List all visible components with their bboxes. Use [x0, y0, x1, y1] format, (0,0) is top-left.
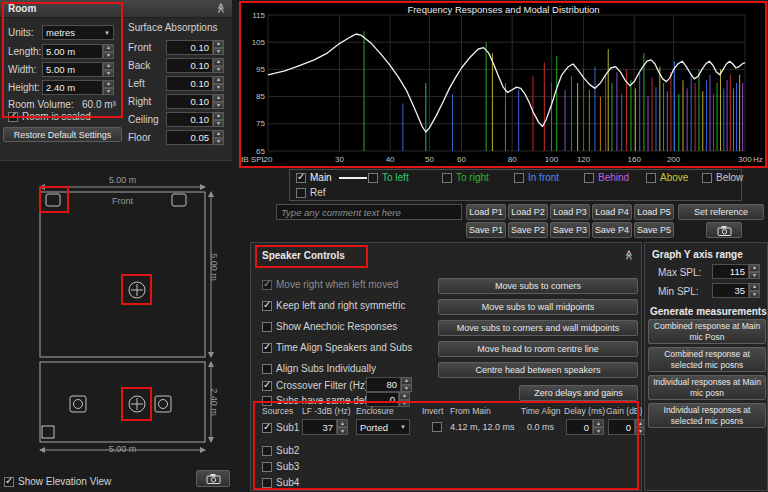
spin-down-icon[interactable]: ▼ [337, 427, 348, 435]
combined-selected-mics-button[interactable]: Combined response at selected mic posns [648, 347, 766, 372]
spin-down-icon[interactable]: ▼ [749, 272, 760, 280]
checkbox[interactable] [368, 173, 378, 183]
set-reference-button[interactable]: Set reference [678, 204, 764, 220]
room-sealed-checkbox-row[interactable]: Room is sealed [8, 111, 91, 122]
move-right-checkbox-row[interactable]: Move right when left moved [262, 279, 398, 290]
load-p1-button[interactable]: Load P1 [466, 204, 506, 220]
load-p5-button[interactable]: Load P5 [634, 204, 674, 220]
checkbox[interactable] [262, 381, 272, 391]
elevation-right-sub-icon[interactable] [155, 396, 171, 412]
checkbox[interactable] [296, 173, 306, 183]
checkbox[interactable] [514, 173, 524, 183]
length-spinner[interactable]: 5.00 m ▲▼ [42, 44, 114, 59]
spin-down-icon[interactable]: ▼ [749, 291, 760, 299]
checkbox[interactable] [262, 322, 272, 332]
align-subs-checkbox-row[interactable]: Align Subs Individually [262, 363, 376, 374]
graph-camera-button[interactable] [706, 222, 742, 238]
spin-up-icon[interactable]: ▲ [213, 130, 224, 138]
move-head-centreline-button[interactable]: Move head to room centre line [438, 341, 638, 357]
spin-down-icon[interactable]: ▼ [213, 84, 224, 92]
legend-ref-row[interactable]: Ref [296, 187, 326, 198]
show-elevation-checkbox-row[interactable]: Show Elevation View [4, 476, 111, 487]
spin-down-icon[interactable]: ▼ [401, 385, 412, 393]
save-p1-button[interactable]: Save P1 [466, 222, 506, 238]
crossover-checkbox-row[interactable]: Crossover Filter (Hz) [262, 380, 368, 391]
spin-up-icon[interactable]: ▲ [103, 62, 114, 70]
spin-down-icon[interactable]: ▼ [399, 400, 410, 408]
spin-down-icon[interactable]: ▼ [213, 48, 224, 56]
keep-symmetric-checkbox-row[interactable]: Keep left and right symmetric [262, 300, 406, 311]
surface-ceiling-spinner[interactable]: 0.10 ▲▼ [166, 112, 224, 127]
move-subs-corners-midpoints-button[interactable]: Move subs to corners and wall midpoints [438, 320, 638, 336]
height-spinner[interactable]: 2.40 m ▲▼ [42, 80, 114, 95]
show-anechoic-checkbox-row[interactable]: Show Anechoic Responses [262, 321, 397, 332]
time-align-checkbox-row[interactable]: Time Align Speakers and Subs [262, 342, 412, 353]
legend-behind-row[interactable]: Behind [584, 172, 629, 183]
subs-same-delay-checkbox-row[interactable]: Subs have same delay [262, 395, 377, 406]
load-p4-button[interactable]: Load P4 [592, 204, 632, 220]
units-dropdown[interactable]: metres ▼ [42, 25, 114, 40]
checkbox[interactable] [262, 462, 272, 472]
spin-up-icon[interactable]: ▲ [103, 80, 114, 88]
move-subs-midpoints-button[interactable]: Move subs to wall midpoints [438, 299, 638, 315]
spin-down-icon[interactable]: ▼ [213, 120, 224, 128]
checkbox[interactable] [262, 343, 272, 353]
surface-front-spinner[interactable]: 0.10 ▲▼ [166, 40, 224, 55]
combined-main-mic-button[interactable]: Combined response at Main mic Posn [648, 319, 766, 344]
individual-selected-mics-button[interactable]: Individual responses at selected mic pos… [648, 403, 766, 428]
sub4-checkbox-row[interactable]: Sub4 [262, 477, 299, 488]
spin-up-icon[interactable]: ▲ [213, 76, 224, 84]
spin-up-icon[interactable]: ▲ [749, 264, 760, 272]
elevation-corner-sub-icon[interactable] [42, 426, 54, 438]
spin-up-icon[interactable]: ▲ [401, 377, 412, 385]
spin-down-icon[interactable]: ▼ [213, 138, 224, 146]
restore-defaults-button[interactable]: Restore Default Settings [3, 127, 122, 142]
spin-down-icon[interactable]: ▼ [213, 102, 224, 110]
checkbox[interactable] [442, 173, 452, 183]
checkbox[interactable] [432, 422, 442, 432]
surface-floor-spinner[interactable]: 0.05 ▲▼ [166, 130, 224, 145]
legend-above-row[interactable]: Above [646, 172, 688, 183]
sub2-checkbox-row[interactable]: Sub2 [262, 445, 299, 456]
legend-below-row[interactable]: Below [702, 172, 743, 183]
checkbox[interactable] [702, 173, 712, 183]
zero-delays-gains-button[interactable]: Zero delays and gains [519, 385, 638, 401]
spin-up-icon[interactable]: ▲ [399, 392, 410, 400]
checkbox[interactable] [262, 301, 272, 311]
top-view-head-icon[interactable] [129, 282, 145, 298]
spin-down-icon[interactable]: ▼ [103, 70, 114, 78]
checkbox[interactable] [262, 364, 272, 374]
elevation-head-icon[interactable] [129, 396, 145, 412]
checkbox[interactable] [584, 173, 594, 183]
checkbox[interactable] [262, 396, 272, 406]
spin-up-icon[interactable]: ▲ [213, 112, 224, 120]
spin-down-icon[interactable]: ▼ [593, 427, 604, 435]
checkbox[interactable] [262, 478, 272, 488]
legend-toleft-row[interactable]: To left [368, 172, 409, 183]
save-p3-button[interactable]: Save P3 [550, 222, 590, 238]
collapse-panel-icon[interactable]: ≫ [216, 3, 226, 13]
sub1-invert-checkbox[interactable] [432, 422, 442, 432]
centre-head-button[interactable]: Centre head between speakers [438, 362, 638, 378]
spin-up-icon[interactable]: ▲ [103, 44, 114, 52]
width-spinner[interactable]: 5.00 m ▲▼ [42, 62, 114, 77]
surface-back-spinner[interactable]: 0.10 ▲▼ [166, 58, 224, 73]
save-p4-button[interactable]: Save P4 [592, 222, 632, 238]
diagram-camera-button[interactable] [196, 470, 230, 487]
legend-toright-row[interactable]: To right [442, 172, 489, 183]
load-p3-button[interactable]: Load P3 [550, 204, 590, 220]
comment-input[interactable] [276, 204, 462, 220]
legend-infront-row[interactable]: In front [514, 172, 559, 183]
subs-delay-spinner[interactable]: 0 ▲▼ [366, 392, 410, 407]
sub1-delay-spinner[interactable]: 0 ▲▼ [566, 419, 604, 435]
checkbox[interactable] [4, 477, 14, 487]
spin-up-icon[interactable]: ▲ [213, 94, 224, 102]
checkbox[interactable] [262, 423, 272, 433]
spin-up-icon[interactable]: ▲ [213, 40, 224, 48]
spin-down-icon[interactable]: ▼ [103, 52, 114, 60]
spin-up-icon[interactable]: ▲ [593, 419, 604, 427]
spin-down-icon[interactable]: ▼ [213, 66, 224, 74]
sub1-enclosure-dropdown[interactable]: Ported ▼ [356, 419, 410, 435]
spin-up-icon[interactable]: ▲ [337, 419, 348, 427]
crossover-spinner[interactable]: 80 ▲▼ [366, 377, 412, 392]
